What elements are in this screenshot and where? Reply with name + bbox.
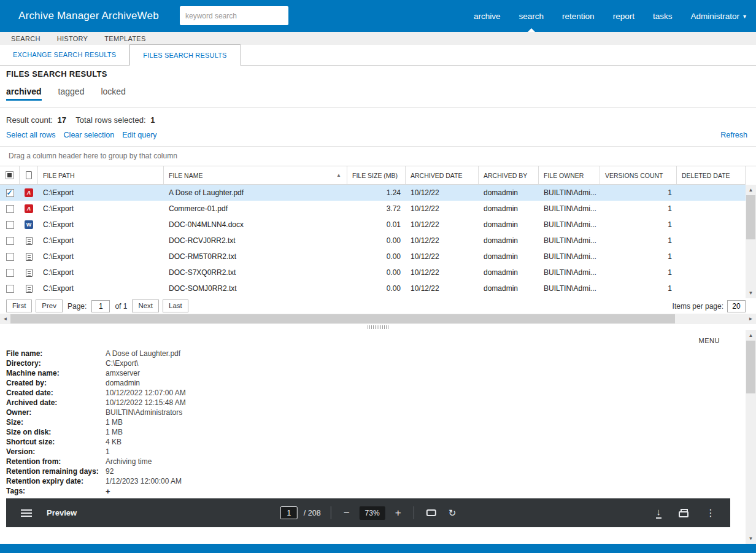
deleted-date-cell <box>677 265 746 280</box>
menubar-item-search[interactable]: SEARCH <box>11 35 40 42</box>
pdf-file-icon: A <box>25 188 33 197</box>
select-all-cell[interactable] <box>0 166 20 184</box>
column-header-archived-date[interactable]: ARCHIVED DATE <box>406 166 479 184</box>
row-select-cell[interactable] <box>0 233 20 249</box>
last-page-button[interactable]: Last <box>163 300 188 312</box>
action-select-all-rows[interactable]: Select all rows <box>6 131 56 139</box>
row-select-cell[interactable] <box>0 265 20 280</box>
column-header-archived-by[interactable]: ARCHIVED BY <box>479 166 539 184</box>
action-edit-query[interactable]: Edit query <box>122 131 156 139</box>
items-per-page-input[interactable] <box>727 300 746 312</box>
viewer-page-input[interactable] <box>280 506 298 519</box>
row-checkbox[interactable] <box>6 269 14 277</box>
nav-item-retention[interactable]: retention <box>562 0 595 32</box>
sort-ascending-icon: ▲ <box>336 172 341 178</box>
download-button[interactable]: ↓ <box>656 507 662 519</box>
file-type-cell: A <box>20 201 38 217</box>
row-checkbox[interactable] <box>6 221 14 229</box>
scroll-right-arrow-icon[interactable]: ► <box>746 314 756 324</box>
row-select-cell[interactable] <box>0 201 20 217</box>
add-tag-button[interactable]: + <box>106 487 110 496</box>
detail-field: Directory:C:\Export\ <box>6 358 186 368</box>
action-clear-selection[interactable]: Clear selection <box>64 131 115 139</box>
row-select-cell[interactable] <box>0 280 20 296</box>
table-row[interactable]: C:\ExportDOC-S7XQ0RR2.txt0.0010/12/22dom… <box>0 265 746 280</box>
column-header-deleted-date[interactable]: DELETED DATE <box>677 166 746 184</box>
table-row[interactable]: C:\ExportDOC-RCVJ0RR2.txt0.0010/12/22dom… <box>0 233 746 249</box>
viewer-hamburger-menu-icon[interactable] <box>21 509 32 517</box>
subtab-archived[interactable]: archived <box>6 87 42 101</box>
details-menu-button[interactable]: MENU <box>699 337 720 344</box>
table-row[interactable]: C:\ExportDOC-RM5T0RR2.txt0.0010/12/22dom… <box>0 249 746 265</box>
row-checkbox[interactable] <box>6 285 14 293</box>
column-header-file-owner[interactable]: FILE OWNER <box>539 166 600 184</box>
detail-value: 92 <box>106 467 114 476</box>
detail-label: Size: <box>6 418 106 427</box>
archived-by-cell: domadmin <box>479 280 539 296</box>
rotate-button[interactable]: ↻ <box>449 508 457 519</box>
pane-splitter[interactable] <box>0 324 756 330</box>
top-nav: archivesearchretentionreporttasksAdminis… <box>474 0 746 32</box>
nav-item-administrator[interactable]: Administrator▾ <box>690 0 746 32</box>
column-header-label: FILE PATH <box>43 172 75 179</box>
scroll-left-arrow-icon[interactable]: ◄ <box>0 314 10 324</box>
details-scroll-thumb[interactable] <box>746 341 755 393</box>
tab-exchange-search-results[interactable]: EXCHANGE SEARCH RESULTS <box>0 44 129 65</box>
nav-item-search[interactable]: search <box>519 0 544 32</box>
scroll-up-arrow-icon[interactable]: ▲ <box>746 185 756 195</box>
scroll-up-arrow-icon[interactable]: ▲ <box>746 330 756 341</box>
row-checkbox[interactable] <box>6 189 14 197</box>
row-select-cell[interactable] <box>0 217 20 233</box>
subtab-locked[interactable]: locked <box>101 87 125 101</box>
row-checkbox[interactable] <box>6 237 14 245</box>
subtab-tagged[interactable]: tagged <box>58 87 85 101</box>
keyword-search-input[interactable] <box>180 6 288 25</box>
column-header-versions-count[interactable]: VERSIONS COUNT <box>600 166 677 184</box>
table-scroll-thumb[interactable] <box>746 195 755 239</box>
refresh-link[interactable]: Refresh <box>720 131 747 139</box>
zoom-in-button[interactable]: + <box>393 508 404 518</box>
file-owner-cell: BUILTIN\Admi... <box>539 233 600 249</box>
horizontal-scroll-thumb[interactable] <box>10 314 675 323</box>
select-all-checkbox[interactable] <box>6 171 14 179</box>
column-header-file-path[interactable]: FILE PATH <box>38 166 164 184</box>
file-size-cell: 0.00 <box>347 249 406 265</box>
prev-page-button[interactable]: Prev <box>36 300 63 312</box>
row-select-cell[interactable] <box>0 185 20 201</box>
nav-item-report[interactable]: report <box>613 0 634 32</box>
page-number-input[interactable] <box>91 300 110 312</box>
fit-to-page-button[interactable] <box>426 509 436 516</box>
nav-item-tasks[interactable]: tasks <box>653 0 673 32</box>
scroll-down-arrow-icon[interactable]: ▼ <box>746 533 756 544</box>
detail-value: 1 MB <box>106 428 123 436</box>
table-row[interactable]: WC:\ExportDOC-0N4MLNN4.docx0.0110/12/22d… <box>0 217 746 233</box>
group-by-bar[interactable]: Drag a column header here to group by th… <box>0 147 756 166</box>
table-vertical-scrollbar[interactable]: ▲ ▼ <box>746 185 756 298</box>
row-checkbox[interactable] <box>6 205 14 213</box>
menubar-item-history[interactable]: HISTORY <box>57 35 88 42</box>
scroll-down-arrow-icon[interactable]: ▼ <box>746 288 756 298</box>
zoom-level[interactable]: 73% <box>360 506 385 520</box>
row-select-cell[interactable] <box>0 249 20 265</box>
print-button[interactable] <box>679 509 688 517</box>
horizontal-scrollbar[interactable]: ◄ ► <box>0 314 756 324</box>
viewer-left-group: Preview <box>6 508 77 517</box>
details-vertical-scrollbar[interactable]: ▲ ▼ <box>746 330 756 544</box>
archived-date-cell: 10/12/22 <box>406 201 479 217</box>
first-page-button[interactable]: First <box>6 300 32 312</box>
menubar-item-templates[interactable]: TEMPLATES <box>104 35 145 42</box>
table-row[interactable]: AC:\ExportCommerce-01.pdf3.7210/12/22dom… <box>0 201 746 217</box>
result-count-label: Result count: <box>6 115 53 125</box>
nav-item-archive[interactable]: archive <box>474 0 501 32</box>
next-page-button[interactable]: Next <box>132 300 159 312</box>
column-header-label: FILE SIZE (MB) <box>352 172 398 179</box>
tab-files-search-results[interactable]: FILES SEARCH RESULTS <box>129 44 240 66</box>
table-row[interactable]: C:\ExportDOC-SOMJ0RR2.txt0.0010/12/22dom… <box>0 280 746 296</box>
column-header-file-name[interactable]: FILE NAME▲ <box>164 166 347 184</box>
column-header-file-size-mb[interactable]: FILE SIZE (MB) <box>347 166 406 184</box>
more-options-button[interactable]: ⋮ <box>706 507 716 519</box>
row-checkbox[interactable] <box>6 253 14 261</box>
file-size-cell: 0.00 <box>347 280 406 296</box>
table-row[interactable]: AC:\ExportA Dose of Laughter.pdf1.2410/1… <box>0 185 746 201</box>
zoom-out-button[interactable]: − <box>341 508 352 518</box>
